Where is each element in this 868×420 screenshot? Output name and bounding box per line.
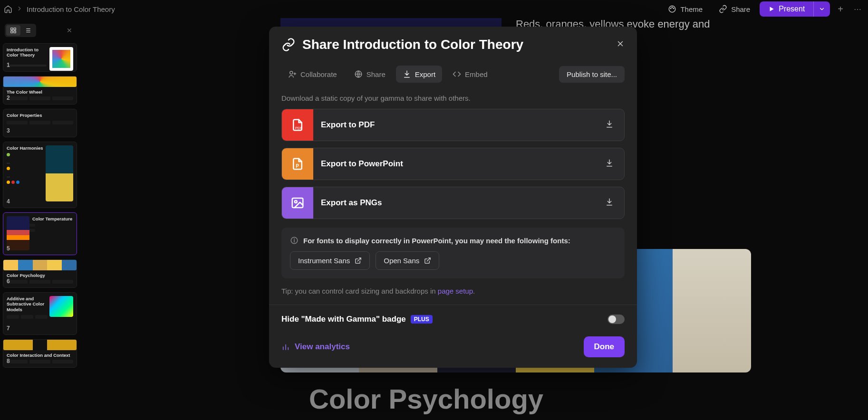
svg-point-23 bbox=[294, 239, 295, 239]
thumbnail-8[interactable]: Color Interaction and Context 8 bbox=[3, 339, 77, 368]
section-heading: Color Psychology bbox=[309, 383, 543, 415]
thumb-image bbox=[3, 260, 77, 270]
code-icon bbox=[453, 70, 461, 78]
svg-text:P: P bbox=[296, 163, 299, 169]
font-note: For fonts to display correctly in PowerP… bbox=[281, 228, 625, 278]
export-png-button[interactable]: Export as PNGs bbox=[281, 187, 625, 219]
info-icon bbox=[290, 236, 299, 245]
top-bar: Introduction to Color Theory Theme Share… bbox=[0, 0, 868, 18]
font-open-sans[interactable]: Open Sans bbox=[376, 251, 439, 270]
thumb-image bbox=[3, 76, 77, 87]
download-icon bbox=[605, 159, 614, 169]
present-button[interactable]: Present bbox=[760, 1, 813, 17]
svg-line-25 bbox=[427, 258, 431, 261]
powerpoint-icon: P bbox=[282, 148, 313, 180]
download-icon bbox=[403, 70, 411, 78]
present-dropdown[interactable] bbox=[813, 1, 830, 17]
plus-badge: PLUS bbox=[411, 315, 433, 324]
svg-text:PDF: PDF bbox=[295, 126, 302, 130]
page-setup-tip: Tip: you can control card sizing and bac… bbox=[281, 287, 625, 295]
close-icon[interactable] bbox=[616, 39, 625, 50]
tab-collaborate[interactable]: Collaborate bbox=[281, 66, 344, 83]
svg-point-20 bbox=[295, 200, 297, 203]
svg-point-3 bbox=[674, 8, 675, 9]
view-analytics-button[interactable]: View analytics bbox=[281, 342, 350, 352]
done-button[interactable]: Done bbox=[584, 336, 625, 357]
link-icon bbox=[719, 5, 727, 13]
thumbnail-5[interactable]: Color Temperature 5 bbox=[3, 212, 77, 255]
share-modal: Share Introduction to Color Theory Colla… bbox=[269, 27, 637, 368]
home-icon[interactable] bbox=[4, 5, 12, 13]
export-pdf-button[interactable]: PDF Export to PDF bbox=[281, 109, 625, 141]
add-button[interactable]: + bbox=[833, 4, 848, 15]
theme-button[interactable]: Theme bbox=[661, 1, 709, 17]
palette-icon bbox=[668, 5, 676, 13]
thumbnail-7[interactable]: Additive and Subtractive Color Models 7 bbox=[3, 292, 77, 335]
view-toggle[interactable] bbox=[5, 24, 36, 37]
thumb-image bbox=[49, 47, 73, 71]
thumb-image bbox=[3, 340, 77, 350]
thumbnail-1[interactable]: Introduction to Color Theory 1 bbox=[3, 43, 77, 72]
svg-line-24 bbox=[357, 258, 361, 261]
svg-rect-5 bbox=[14, 28, 16, 30]
user-plus-icon bbox=[288, 70, 297, 78]
more-icon[interactable]: ⋯ bbox=[851, 5, 864, 14]
thumb-image bbox=[7, 216, 29, 250]
modal-title: Share Introduction to Color Theory bbox=[302, 37, 523, 52]
svg-point-1 bbox=[671, 8, 672, 9]
thumb-image bbox=[49, 296, 73, 317]
tab-embed[interactable]: Embed bbox=[446, 66, 494, 83]
page-setup-link[interactable]: page setup bbox=[438, 287, 473, 295]
svg-point-2 bbox=[672, 7, 673, 8]
close-sidebar-icon[interactable]: ✕ bbox=[67, 27, 72, 34]
chevron-down-icon bbox=[819, 6, 825, 12]
svg-point-13 bbox=[290, 71, 293, 74]
export-powerpoint-button[interactable]: P Export to PowerPoint bbox=[281, 148, 625, 180]
svg-rect-4 bbox=[11, 28, 13, 30]
thumbnail-sidebar: ✕ Introduction to Color Theory 1 The Col… bbox=[0, 18, 81, 420]
font-instrument-sans[interactable]: Instrument Sans bbox=[290, 251, 370, 270]
thumbnail-4[interactable]: Color Harmonies — — 4 bbox=[3, 142, 77, 208]
tab-share[interactable]: Share bbox=[347, 66, 392, 83]
export-description: Download a static copy of your gamma to … bbox=[281, 94, 625, 102]
download-icon bbox=[605, 120, 614, 130]
svg-rect-7 bbox=[14, 31, 16, 33]
chevron-right-icon bbox=[16, 5, 23, 13]
globe-icon bbox=[354, 70, 363, 78]
thumbnail-3[interactable]: Color Properties 3 bbox=[3, 109, 77, 137]
list-view-icon[interactable] bbox=[20, 25, 35, 36]
thumbnail-6[interactable]: Color Psychology 6 bbox=[3, 259, 77, 288]
image-icon bbox=[282, 187, 313, 219]
publish-button[interactable]: Publish to site... bbox=[559, 66, 625, 83]
thumbnail-2[interactable]: The Color Wheel 2 bbox=[3, 76, 77, 105]
external-link-icon bbox=[424, 257, 431, 264]
breadcrumb-title[interactable]: Introduction to Color Theory bbox=[27, 5, 115, 13]
grid-view-icon[interactable] bbox=[6, 25, 20, 36]
chart-icon bbox=[281, 343, 290, 351]
link-icon bbox=[281, 38, 296, 52]
external-link-icon bbox=[355, 257, 362, 264]
download-icon bbox=[605, 198, 614, 208]
share-button[interactable]: Share bbox=[712, 1, 757, 17]
hide-badge-toggle[interactable] bbox=[608, 315, 625, 324]
thumb-image bbox=[46, 145, 73, 201]
hide-badge-label: Hide "Made with Gamma" badge bbox=[281, 315, 406, 324]
play-icon bbox=[768, 6, 775, 12]
pdf-icon: PDF bbox=[282, 109, 313, 141]
svg-rect-6 bbox=[11, 31, 13, 33]
tab-export[interactable]: Export bbox=[396, 66, 442, 83]
